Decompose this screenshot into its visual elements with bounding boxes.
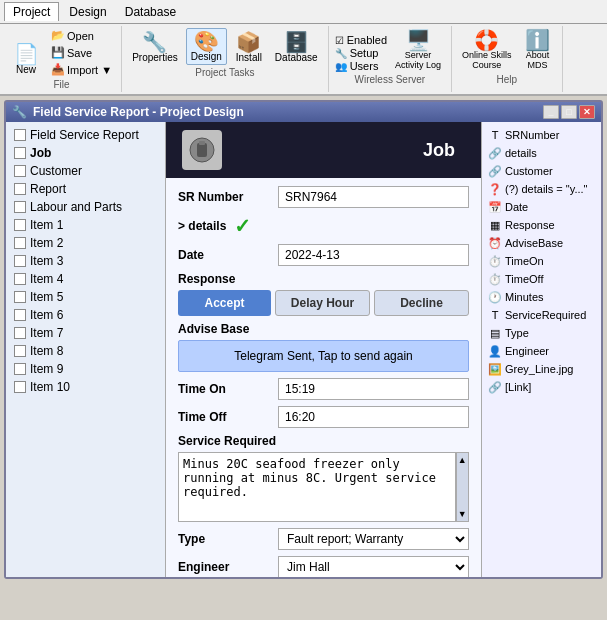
design-button[interactable]: 🎨 Design — [186, 28, 227, 65]
right-panel-item-sr-number[interactable]: TSRNumber — [486, 126, 597, 144]
sidebar-label-item6: Item 6 — [30, 308, 63, 322]
sidebar-item-item1[interactable]: Item 1 — [10, 216, 161, 234]
sidebar-item-item2[interactable]: Item 2 — [10, 234, 161, 252]
sidebar-checkbox-item3[interactable] — [14, 255, 26, 267]
new-button[interactable]: 📄 New — [8, 42, 44, 77]
date-label: Date — [178, 248, 278, 262]
sidebar-label-item9: Item 9 — [30, 362, 63, 376]
engineer-row: Engineer Jim Hall — [178, 556, 469, 577]
right-panel-item-time-off[interactable]: ⏱️TimeOff — [486, 270, 597, 288]
maximize-button[interactable]: □ — [561, 105, 577, 119]
database-button[interactable]: 🗄️ Database — [271, 30, 322, 65]
sidebar-item-item5[interactable]: Item 5 — [10, 288, 161, 306]
date-input[interactable] — [278, 244, 469, 266]
right-panel-item-time-on[interactable]: ⏱️TimeOn — [486, 252, 597, 270]
sidebar-label-job: Job — [30, 146, 51, 160]
sidebar-checkbox-item1[interactable] — [14, 219, 26, 231]
engineer-select[interactable]: Jim Hall — [278, 556, 469, 577]
right-panel-item-date[interactable]: 📅Date — [486, 198, 597, 216]
save-button[interactable]: 💾 Save — [48, 45, 115, 60]
users-checkbox[interactable]: 👥 Users — [335, 60, 387, 72]
sidebar-item-customer[interactable]: Customer — [10, 162, 161, 180]
sidebar-checkbox-item7[interactable] — [14, 327, 26, 339]
sidebar-item-item8[interactable]: Item 8 — [10, 342, 161, 360]
type-select[interactable]: Fault report; Warranty — [278, 528, 469, 550]
sidebar-item-labour-parts[interactable]: Labour and Parts — [10, 198, 161, 216]
sidebar-checkbox-customer[interactable] — [14, 165, 26, 177]
right-panel-item-engineer[interactable]: 👤Engineer — [486, 342, 597, 360]
service-required-textarea[interactable]: Minus 20C seafood freezer only running a… — [178, 452, 456, 522]
right-panel-item-details-y[interactable]: ❓(?) details = "y..." — [486, 180, 597, 198]
customer-icon: 🔗 — [488, 164, 502, 178]
menu-database[interactable]: Database — [117, 3, 184, 21]
advise-base-label-row: Advise Base — [178, 322, 469, 336]
sidebar-label-item10: Item 10 — [30, 380, 70, 394]
right-panel-item-details[interactable]: 🔗details — [486, 144, 597, 162]
close-button[interactable]: ✕ — [579, 105, 595, 119]
sidebar-label-item7: Item 7 — [30, 326, 63, 340]
sidebar-checkbox-item5[interactable] — [14, 291, 26, 303]
sidebar-checkbox-field-service-report[interactable] — [14, 129, 26, 141]
sidebar-item-item6[interactable]: Item 6 — [10, 306, 161, 324]
sidebar-item-item10[interactable]: Item 10 — [10, 378, 161, 396]
sidebar-checkbox-labour-parts[interactable] — [14, 201, 26, 213]
right-panel-item-grey-line[interactable]: 🖼️Grey_Line.jpg — [486, 360, 597, 378]
textarea-scrollbar[interactable]: ▲ ▼ — [456, 452, 469, 522]
online-skills-button[interactable]: 🛟 Online Skills Course — [458, 28, 516, 72]
sidebar-checkbox-item9[interactable] — [14, 363, 26, 375]
time-on-input[interactable] — [278, 378, 469, 400]
new-icon: 📄 — [14, 44, 39, 64]
install-button[interactable]: 📦 Install — [231, 30, 267, 65]
service-required-row: Minus 20C seafood freezer only running a… — [178, 452, 469, 522]
job-icon — [182, 130, 222, 170]
server-activity-button[interactable]: 🖥️ Server Activity Log — [391, 28, 445, 72]
sidebar-checkbox-item8[interactable] — [14, 345, 26, 357]
content-area: Job SR Number > details ✓ Date — [166, 122, 481, 577]
right-panel-item-type[interactable]: ▤Type — [486, 324, 597, 342]
sidebar-checkbox-report[interactable] — [14, 183, 26, 195]
advise-base-box[interactable]: Telegram Sent, Tap to send again — [178, 340, 469, 372]
sr-number-input[interactable] — [278, 186, 469, 208]
sidebar-checkbox-item4[interactable] — [14, 273, 26, 285]
right-panel-item-link[interactable]: 🔗[Link] — [486, 378, 597, 396]
sidebar-checkbox-item2[interactable] — [14, 237, 26, 249]
right-panel-label-service-required: ServiceRequired — [505, 309, 586, 321]
sidebar-checkbox-item6[interactable] — [14, 309, 26, 321]
setup-checkbox[interactable]: 🔧 Setup — [335, 47, 387, 59]
sidebar-checkbox-item10[interactable] — [14, 381, 26, 393]
about-mds-button[interactable]: ℹ️ About MDS — [520, 28, 556, 72]
sidebar-item-item7[interactable]: Item 7 — [10, 324, 161, 342]
sidebar-item-item9[interactable]: Item 9 — [10, 360, 161, 378]
right-panel-item-service-required[interactable]: TServiceRequired — [486, 306, 597, 324]
minimize-button[interactable]: _ — [543, 105, 559, 119]
open-button[interactable]: 📂 Open — [48, 28, 115, 43]
time-off-row: Time Off — [178, 406, 469, 428]
menu-project[interactable]: Project — [4, 2, 59, 21]
right-panel-label-engineer: Engineer — [505, 345, 549, 357]
enabled-checkbox[interactable]: ☑ Enabled — [335, 34, 387, 46]
sidebar-item-item3[interactable]: Item 3 — [10, 252, 161, 270]
decline-button[interactable]: Decline — [374, 290, 469, 316]
right-panel-item-minutes[interactable]: 🕐Minutes — [486, 288, 597, 306]
sidebar-item-item4[interactable]: Item 4 — [10, 270, 161, 288]
sidebar-label-customer: Customer — [30, 164, 82, 178]
sidebar-checkbox-job[interactable] — [14, 147, 26, 159]
menu-design[interactable]: Design — [61, 3, 114, 21]
sidebar-item-field-service-report[interactable]: Field Service Report — [10, 126, 161, 144]
accept-button[interactable]: Accept — [178, 290, 271, 316]
delay-hour-button[interactable]: Delay Hour — [275, 290, 370, 316]
time-off-input[interactable] — [278, 406, 469, 428]
svg-rect-1 — [197, 143, 207, 157]
sidebar-item-job[interactable]: Job — [10, 144, 161, 162]
sidebar-item-report[interactable]: Report — [10, 180, 161, 198]
inner-layout: Field Service ReportJobCustomerReportLab… — [6, 122, 601, 577]
right-panel-item-advise-base[interactable]: ⏰AdviseBase — [486, 234, 597, 252]
properties-button[interactable]: 🔧 Properties — [128, 30, 182, 65]
window-controls: _ □ ✕ — [543, 105, 595, 119]
sr-number-icon: T — [488, 128, 502, 142]
right-panel-item-customer[interactable]: 🔗Customer — [486, 162, 597, 180]
database-icon: 🗄️ — [284, 32, 309, 52]
import-button[interactable]: 📥 Import ▼ — [48, 62, 115, 77]
right-panel-item-response[interactable]: ▦Response — [486, 216, 597, 234]
ribbon-group-file: 📄 New 📂 Open 💾 Save 📥 Import ▼ File — [2, 26, 122, 92]
